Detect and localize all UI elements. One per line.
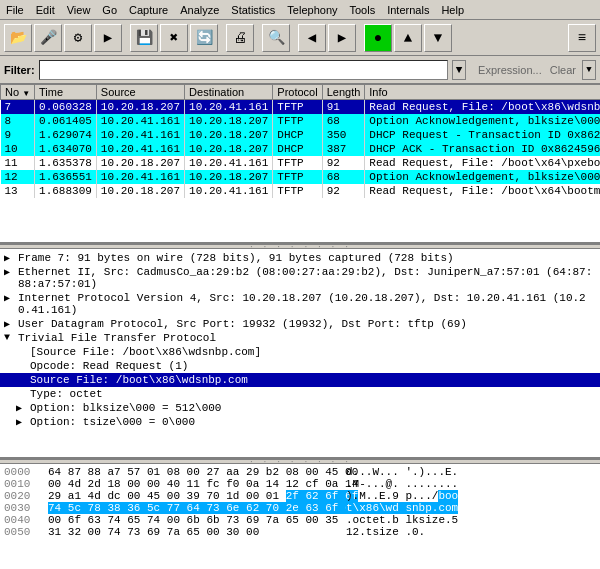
detail-expand-icon[interactable]: ▶ [4, 292, 16, 304]
menu-telephony[interactable]: Telephony [281, 2, 343, 18]
detail-row[interactable]: [Source File: /boot\x86\wdsnbp.com] [0, 345, 600, 359]
detail-row[interactable]: ▶Ethernet II, Src: CadmusCo_aa:29:b2 (08… [0, 265, 600, 291]
col-header-source[interactable]: Source [96, 85, 184, 100]
toolbar-color1-button[interactable]: ● [364, 24, 392, 52]
col-header-length[interactable]: Length [322, 85, 365, 100]
cell-src: 10.20.41.161 [96, 128, 184, 142]
resize-dots-2: · · · · · · · · [249, 457, 351, 466]
menu-go[interactable]: Go [96, 2, 123, 18]
cell-info: DHCP Request - Transaction ID 0x8624596e [365, 128, 600, 142]
cell-no: 8 [1, 114, 35, 128]
filter-bar: Filter: ▼ Expression... Clear ▼ [0, 56, 600, 84]
toolbar-save-button[interactable]: 💾 [130, 24, 158, 52]
toolbar-color3-button[interactable]: ▼ [424, 24, 452, 52]
detail-row[interactable]: ▼Trivial File Transfer Protocol [0, 331, 600, 345]
detail-row[interactable]: Source File: /boot\x86\wdsnbp.com [0, 373, 600, 387]
detail-row[interactable]: ▶Option: blksize\000 = 512\000 [0, 401, 600, 415]
cell-len: 387 [322, 142, 365, 156]
table-row[interactable]: 131.68830910.20.18.20710.20.41.161TFTP92… [1, 184, 601, 198]
hex-ascii: d...W... '.)...E. [346, 466, 458, 478]
filter-dropdown-button[interactable]: ▼ [452, 60, 466, 80]
detail-expand-icon[interactable]: ▼ [4, 332, 16, 343]
cell-info: Read Request, File: /boot\x64\bootmgr.ex… [365, 184, 600, 198]
hex-ascii: .octet.b lksize.5 [346, 514, 458, 526]
detail-text: Option: blksize\000 = 512\000 [30, 402, 596, 414]
menu-view[interactable]: View [61, 2, 97, 18]
filter-input[interactable] [39, 60, 449, 80]
detail-expand-icon[interactable]: ▶ [4, 318, 16, 330]
detail-text: Opcode: Read Request (1) [30, 360, 596, 372]
detail-expand-icon[interactable]: ▶ [16, 416, 28, 428]
cell-len: 68 [322, 170, 365, 184]
detail-row[interactable]: Opcode: Read Request (1) [0, 359, 600, 373]
hex-dump: 000064 87 88 a7 57 01 08 00 27 aa 29 b2 … [0, 464, 600, 569]
col-header-time[interactable]: Time [35, 85, 97, 100]
hex-bytes: 00 4d 2d 18 00 00 40 11 fc f0 0a 14 12 c… [48, 478, 338, 490]
hex-ascii: ).M..E.9 p.../boo [346, 490, 458, 502]
table-row[interactable]: 80.06140510.20.41.16110.20.18.207TFTP68O… [1, 114, 601, 128]
detail-expand-icon[interactable]: ▶ [16, 402, 28, 414]
hex-row: 000064 87 88 a7 57 01 08 00 27 aa 29 b2 … [4, 466, 596, 478]
toolbar-color2-button[interactable]: ▲ [394, 24, 422, 52]
toolbar-back-button[interactable]: ◀ [298, 24, 326, 52]
hex-offset: 0050 [4, 526, 40, 538]
toolbar-open-button[interactable]: 📂 [4, 24, 32, 52]
table-row[interactable]: 70.06032810.20.18.20710.20.41.161TFTP91R… [1, 100, 601, 115]
cell-proto: DHCP [273, 142, 322, 156]
cell-len: 350 [322, 128, 365, 142]
toolbar-extra-button[interactable]: ≡ [568, 24, 596, 52]
cell-time: 0.061405 [35, 114, 97, 128]
filter-clear-dropdown[interactable]: ▼ [582, 60, 596, 80]
col-header-protocol[interactable]: Protocol [273, 85, 322, 100]
cell-proto: TFTP [273, 184, 322, 198]
cell-proto: DHCP [273, 128, 322, 142]
menu-file[interactable]: File [0, 2, 30, 18]
toolbar: 📂 🎤 ⚙ ▶ 💾 ✖ 🔄 🖨 🔍 ◀ ▶ ● ▲ ▼ ≡ [0, 20, 600, 56]
table-row[interactable]: 91.62907410.20.41.16110.20.18.207DHCP350… [1, 128, 601, 142]
filter-expression-button[interactable]: Expression... [478, 64, 542, 76]
detail-row[interactable]: ▶User Datagram Protocol, Src Port: 19932… [0, 317, 600, 331]
cell-info: DHCP ACK - Transaction ID 0x8624596e [365, 142, 600, 156]
cell-len: 92 [322, 184, 365, 198]
menu-analyze[interactable]: Analyze [174, 2, 225, 18]
detail-row[interactable]: ▶Option: tsize\000 = 0\000 [0, 415, 600, 429]
cell-time: 1.688309 [35, 184, 97, 198]
toolbar-start-button[interactable]: ▶ [94, 24, 122, 52]
toolbar-print-button[interactable]: 🖨 [226, 24, 254, 52]
detail-text: Option: tsize\000 = 0\000 [30, 416, 596, 428]
toolbar-reload-button[interactable]: 🔄 [190, 24, 218, 52]
toolbar-close-button[interactable]: ✖ [160, 24, 188, 52]
table-row[interactable]: 111.63537810.20.18.20710.20.41.161TFTP92… [1, 156, 601, 170]
detail-row[interactable]: ▶Frame 7: 91 bytes on wire (728 bits), 9… [0, 251, 600, 265]
toolbar-forward-button[interactable]: ▶ [328, 24, 356, 52]
detail-expand-icon[interactable]: ▶ [4, 266, 16, 278]
filter-clear-button[interactable]: Clear [550, 64, 576, 76]
detail-text: [Source File: /boot\x86\wdsnbp.com] [30, 346, 596, 358]
toolbar-find-button[interactable]: 🔍 [262, 24, 290, 52]
col-header-destination[interactable]: Destination [185, 85, 273, 100]
menu-capture[interactable]: Capture [123, 2, 174, 18]
menu-help[interactable]: Help [435, 2, 470, 18]
cell-info: Option Acknowledgement, blksize\000=512\… [365, 114, 600, 128]
cell-dst: 10.20.18.207 [185, 170, 273, 184]
detail-text: Trivial File Transfer Protocol [18, 332, 596, 344]
menu-statistics[interactable]: Statistics [225, 2, 281, 18]
table-row[interactable]: 121.63655110.20.41.16110.20.18.207TFTP68… [1, 170, 601, 184]
toolbar-capture-button[interactable]: 🎤 [34, 24, 62, 52]
cell-src: 10.20.41.161 [96, 170, 184, 184]
detail-text: Ethernet II, Src: CadmusCo_aa:29:b2 (08:… [18, 266, 596, 290]
detail-row[interactable]: Type: octet [0, 387, 600, 401]
detail-row[interactable]: ▶Internet Protocol Version 4, Src: 10.20… [0, 291, 600, 317]
detail-expand-icon[interactable]: ▶ [4, 252, 16, 264]
menu-edit[interactable]: Edit [30, 2, 61, 18]
hex-offset: 0020 [4, 490, 40, 502]
menu-internals[interactable]: Internals [381, 2, 435, 18]
cell-proto: TFTP [273, 114, 322, 128]
menu-tools[interactable]: Tools [344, 2, 382, 18]
table-row[interactable]: 101.63407010.20.41.16110.20.18.207DHCP38… [1, 142, 601, 156]
cell-dst: 10.20.41.161 [185, 100, 273, 115]
cell-src: 10.20.18.207 [96, 100, 184, 115]
toolbar-options-button[interactable]: ⚙ [64, 24, 92, 52]
col-header-info[interactable]: Info [365, 85, 600, 100]
col-header-no[interactable]: No ▼ [1, 85, 35, 100]
